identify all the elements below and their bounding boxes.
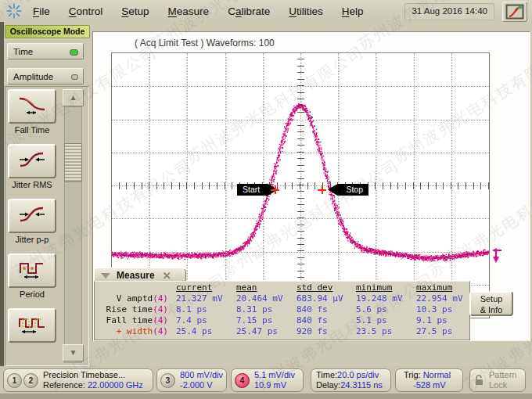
column-header: maximum <box>416 282 468 293</box>
start-crosshair-icon <box>271 185 279 194</box>
oscilloscope-mode-header: Oscilloscope Mode <box>5 25 90 38</box>
channel-2-badge[interactable]: 2 <box>23 373 38 388</box>
measure-button-label: Fall Time <box>15 125 50 135</box>
table-cell <box>101 282 176 293</box>
table-cell: 7.15 ps <box>236 315 297 326</box>
table-cell: 9.1 ps <box>416 315 468 326</box>
menu-bar: FileControlSetupMeasureCalibrateUtilitie… <box>0 0 532 23</box>
setup-info-line2: & Info <box>471 304 512 315</box>
measure-button-jitter-rms[interactable] <box>8 144 56 178</box>
menu-item-utilities[interactable]: Utilities <box>289 5 323 17</box>
table-cell: 25.47 ps <box>236 326 297 337</box>
measure-table: currentmeanstd devminimummaximumV amptd(… <box>101 282 468 337</box>
jitter-rms-icon <box>17 149 47 173</box>
table-cell: 21.327 mV <box>176 293 236 304</box>
measurement-item: Period <box>8 253 56 300</box>
channel-3-text: 800 mV/div -2.000 V <box>180 370 223 390</box>
row-label: + width(4) <box>101 326 176 337</box>
row-label: Fall time(4) <box>101 315 176 326</box>
channel-4-text: 5.1 mV/div 10.9 mV <box>254 370 295 390</box>
time-dropdown[interactable]: Time <box>7 43 84 59</box>
measure-button-label: Jitter RMS <box>12 180 52 190</box>
scrollbar-thumb[interactable] <box>64 143 82 182</box>
timebase-status-button[interactable]: 1 2 Precision Timebase... Reference: 22.… <box>3 368 153 392</box>
status-bar: 1 2 Precision Timebase... Reference: 22.… <box>0 366 532 399</box>
time-interval-icon <box>17 314 47 337</box>
acq-limit-annotation: ( Acq Limit Test ) Waveforms: 100 <box>135 38 275 49</box>
measurement-item: Jitter p-p <box>8 199 56 245</box>
close-icon[interactable]: ✕ <box>163 270 171 282</box>
setup-info-button[interactable]: Setup & Info <box>469 291 513 316</box>
timebase-text: Precision Timebase... Reference: 22.0000… <box>43 370 143 390</box>
channel-4-badge[interactable]: 4 <box>235 373 250 388</box>
menu-items: FileControlSetupMeasureCalibrateUtilitie… <box>33 5 363 17</box>
fall-time-icon <box>17 95 47 118</box>
menu-item-calibrate[interactable]: Calibrate <box>228 5 270 17</box>
bottom-edge <box>0 394 532 399</box>
table-cell: 27.5 ps <box>416 326 468 337</box>
off-led-icon <box>71 74 78 80</box>
time-dropdown-label: Time <box>13 47 33 56</box>
row-label: Rise time(4) <box>101 304 176 315</box>
main-display-area: ( Acq Limit Test ) Waveforms: 100 Start … <box>91 22 532 366</box>
horizontal-text: Time:20.0 ps/div Delay:24.3115 ns <box>316 370 383 390</box>
measurement-item: Jitter RMS <box>8 144 56 190</box>
scrollbar-up-button[interactable]: ▲ <box>63 89 84 106</box>
trigger-status-button[interactable]: Trig: Normal -528 mV <box>395 368 463 392</box>
measure-panel: currentmeanstd devminimummaximumV amptd(… <box>94 281 470 340</box>
period-icon <box>17 259 47 282</box>
row-label: V amptd(4) <box>101 293 176 304</box>
sidebar-measure-buttons: Fall TimeJitter RMSJitter p-pPeriod <box>8 89 56 363</box>
measure-button-label: Period <box>20 289 45 300</box>
trigger-level-arrow-icon[interactable] <box>490 247 502 269</box>
measure-button-label: Jitter p-p <box>16 235 49 245</box>
table-cell: 19.248 mV <box>356 293 416 304</box>
stop-marker-label: Stop <box>346 185 363 194</box>
table-cell: 25.4 ps <box>176 326 236 337</box>
measurement-item: Fall Time <box>8 89 56 135</box>
agilent-logo-icon <box>5 2 23 20</box>
table-cell: 10.3 ps <box>416 304 468 315</box>
menu-item-setup[interactable]: Setup <box>121 5 149 17</box>
start-marker-label: Start <box>243 185 260 194</box>
green-led-icon <box>70 49 78 56</box>
sidebar: Oscilloscope Mode Time Amplitude Fall Ti… <box>0 22 91 366</box>
amplitude-dropdown-label: Amplitude <box>13 72 53 81</box>
channel-3-status-button[interactable]: 3 800 mV/div -2.000 V <box>156 368 227 392</box>
menu-item-help[interactable]: Help <box>342 5 364 17</box>
table-cell: 8.1 ps <box>176 304 236 315</box>
table-cell: 20.464 mV <box>236 293 297 304</box>
oscilloscope-screen: FileControlSetupMeasureCalibrateUtilitie… <box>0 0 532 399</box>
jitter-pp-icon <box>17 204 47 228</box>
screen-capture-button[interactable] <box>502 2 527 22</box>
channel-3-badge[interactable]: 3 <box>160 373 175 388</box>
measure-button-period[interactable] <box>8 253 56 288</box>
table-cell: 840 fs <box>297 304 356 315</box>
stop-crosshair-icon <box>318 185 326 194</box>
horizontal-status-button[interactable]: Time:20.0 ps/div Delay:24.3115 ns <box>311 368 391 392</box>
measurement-item <box>8 308 56 354</box>
channel-4-status-button[interactable]: 4 5.1 mV/div 10.9 mV <box>231 368 304 392</box>
column-header: current <box>176 282 236 293</box>
pattern-lock-button[interactable]: Pattern Lock <box>469 368 526 392</box>
menu-item-measure[interactable]: Measure <box>168 5 210 17</box>
measure-button-fall-time[interactable] <box>8 89 56 124</box>
column-header: std dev <box>297 282 356 293</box>
table-cell: 22.954 mV <box>416 293 468 304</box>
collapse-triangle-icon[interactable] <box>101 273 110 279</box>
column-header: minimum <box>356 282 416 293</box>
menu-item-file[interactable]: File <box>33 5 50 17</box>
sidebar-edge <box>0 22 4 366</box>
setup-info-line1: Setup <box>471 293 512 304</box>
lock-icon <box>474 374 484 387</box>
measure-button-jitter-p-p[interactable] <box>8 199 56 233</box>
measure-tab-label: Measure <box>117 270 155 281</box>
measure-button-extra[interactable] <box>8 308 56 343</box>
channel-1-badge[interactable]: 1 <box>7 373 22 388</box>
table-cell: 683.94 µV <box>297 293 356 304</box>
scrollbar-down-button[interactable]: ▼ <box>63 344 84 361</box>
amplitude-dropdown[interactable]: Amplitude <box>7 68 84 84</box>
pattern-lock-text: Pattern Lock <box>489 370 516 390</box>
menu-item-control[interactable]: Control <box>69 5 103 17</box>
trigger-text: Trig: Normal -528 mV <box>404 370 451 390</box>
